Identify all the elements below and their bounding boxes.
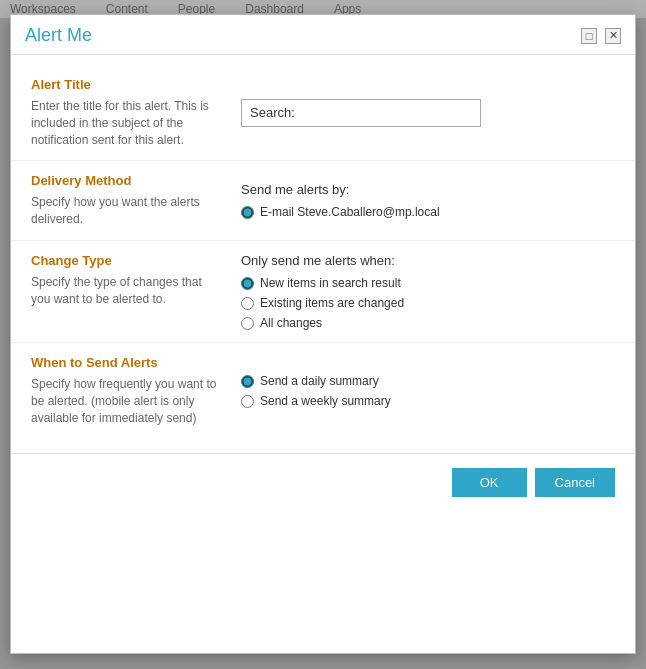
change-new-items-option[interactable]: New items in search result [241, 276, 615, 290]
change-type-left: Change Type Specify the type of changes … [31, 253, 241, 330]
delivery-email-option[interactable]: E-mail Steve.Caballero@mp.local [241, 205, 615, 219]
modal-footer: OK Cancel [11, 453, 635, 511]
change-type-right: Only send me alerts when: New items in s… [241, 253, 615, 330]
alert-me-modal: Alert Me □ ✕ Alert Title Enter the title… [10, 14, 636, 654]
modal-header: Alert Me □ ✕ [11, 15, 635, 55]
modal-title: Alert Me [25, 25, 92, 46]
when-to-send-right: Send a daily summary Send a weekly summa… [241, 355, 615, 426]
change-existing-label: Existing items are changed [260, 296, 404, 310]
cancel-button[interactable]: Cancel [535, 468, 615, 497]
delivery-method-left: Delivery Method Specify how you want the… [31, 173, 241, 228]
alert-title-desc: Enter the title for this alert. This is … [31, 98, 221, 148]
change-all-radio[interactable] [241, 317, 254, 330]
delivery-email-label: E-mail Steve.Caballero@mp.local [260, 205, 440, 219]
change-all-option[interactable]: All changes [241, 316, 615, 330]
delivery-send-label: Send me alerts by: [241, 182, 615, 197]
alert-title-input[interactable] [241, 99, 481, 127]
alert-title-label: Alert Title [31, 77, 221, 92]
change-type-send-label: Only send me alerts when: [241, 253, 615, 268]
delivery-radio-group: E-mail Steve.Caballero@mp.local [241, 205, 615, 219]
modal-header-controls: □ ✕ [581, 28, 621, 44]
delivery-email-radio[interactable] [241, 206, 254, 219]
close-button[interactable]: ✕ [605, 28, 621, 44]
send-daily-label: Send a daily summary [260, 374, 379, 388]
change-type-label: Change Type [31, 253, 221, 268]
change-type-section: Change Type Specify the type of changes … [11, 241, 635, 343]
send-weekly-label: Send a weekly summary [260, 394, 391, 408]
delivery-method-right: Send me alerts by: E-mail Steve.Caballer… [241, 173, 615, 228]
delivery-method-section: Delivery Method Specify how you want the… [11, 161, 635, 241]
when-to-send-section: When to Send Alerts Specify how frequent… [11, 343, 635, 438]
when-to-send-desc: Specify how frequently you want to be al… [31, 376, 221, 426]
send-daily-option[interactable]: Send a daily summary [241, 374, 615, 388]
change-existing-option[interactable]: Existing items are changed [241, 296, 615, 310]
change-new-items-radio[interactable] [241, 277, 254, 290]
delivery-method-label: Delivery Method [31, 173, 221, 188]
when-to-send-radio-group: Send a daily summary Send a weekly summa… [241, 374, 615, 408]
send-weekly-radio[interactable] [241, 395, 254, 408]
ok-button[interactable]: OK [452, 468, 527, 497]
minimize-button[interactable]: □ [581, 28, 597, 44]
send-weekly-option[interactable]: Send a weekly summary [241, 394, 615, 408]
send-daily-radio[interactable] [241, 375, 254, 388]
when-to-send-left: When to Send Alerts Specify how frequent… [31, 355, 241, 426]
change-existing-radio[interactable] [241, 297, 254, 310]
alert-title-left: Alert Title Enter the title for this ale… [31, 77, 241, 148]
alert-title-section: Alert Title Enter the title for this ale… [11, 65, 635, 161]
change-all-label: All changes [260, 316, 322, 330]
modal-body: Alert Title Enter the title for this ale… [11, 55, 635, 449]
change-type-radio-group: New items in search result Existing item… [241, 276, 615, 330]
change-type-desc: Specify the type of changes that you wan… [31, 274, 221, 308]
when-to-send-label: When to Send Alerts [31, 355, 221, 370]
alert-title-right [241, 77, 615, 148]
change-new-items-label: New items in search result [260, 276, 401, 290]
delivery-method-desc: Specify how you want the alerts delivere… [31, 194, 221, 228]
